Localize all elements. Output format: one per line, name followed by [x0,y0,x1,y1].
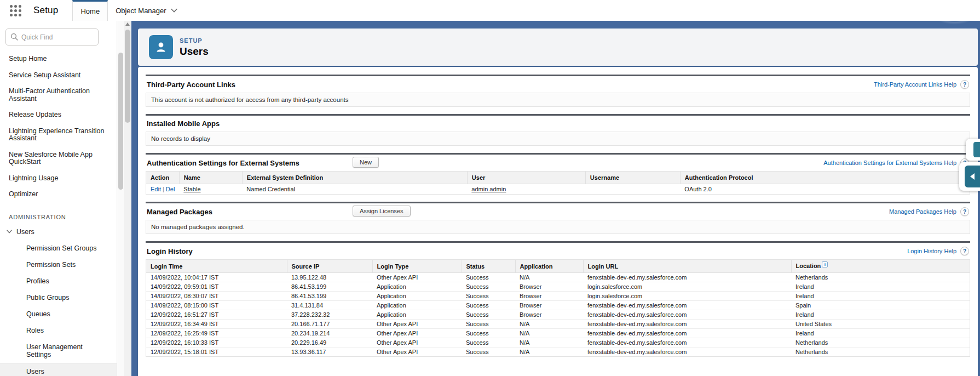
cell-login-time: 14/09/2022, 08:30:07 IST [146,292,287,301]
tab-object-manager-label: Object Manager [116,7,166,15]
cell-login-time: 12/09/2022, 16:10:33 IST [146,338,287,347]
sidebar-item-optimizer[interactable]: Optimizer [0,186,117,203]
auth-settings-help-link[interactable]: Authentication Settings for External Sys… [823,159,956,166]
cell-status: Success [462,282,515,292]
cell-application: N/A [515,273,583,282]
tab-home[interactable]: Home [72,0,108,21]
sidebar-scrollbar[interactable] [117,21,124,376]
section-title: Third-Party Account Links [147,81,235,89]
sidebar-item-users[interactable]: Users [0,363,117,376]
help-icon[interactable]: ? [960,207,969,216]
cell-status: Success [462,347,515,357]
help-icon[interactable]: ? [960,80,969,89]
top-bar: Setup Home Object Manager [0,0,980,21]
login-history-row: 12/09/2022, 15:18:01 IST 13.93.36.117 Ot… [146,347,970,357]
cell-login-type: Application [372,310,462,320]
section-installed-mobile-apps: Installed Mobile Apps No records to disp… [146,114,970,146]
cell-source-ip: 31.4.131.84 [287,301,372,310]
cell-login-url: fenxstable-dev-ed.my.salesforce.com [583,273,791,282]
cell-status: Success [462,273,515,282]
cell-location: Netherlands [791,273,970,282]
sidebar-item-new-mobile-app-quickstart[interactable]: New Salesforce Mobile App QuickStart [0,147,117,170]
sidebar-tree-users-label: Users [16,228,34,236]
sidebar-tree-users[interactable]: Users [0,224,117,240]
cell-login-time: 14/09/2022, 09:59:01 IST [146,282,287,292]
main-scrollbar-thumb[interactable] [125,30,130,123]
header-eyebrow: SETUP [180,37,209,44]
auth-external-system-definition: Named Credential [242,184,467,195]
auth-name-link[interactable]: Stable [183,186,200,192]
sidebar-scrollbar-thumb[interactable] [118,53,123,190]
sidebar-item-lightning-experience-transition-assistant[interactable]: Lightning Experience Transition Assistan… [0,123,117,147]
cell-status: Success [462,292,515,301]
login-history-row: 12/09/2022, 16:51:27 IST 37.228.232.32 A… [146,310,970,320]
login-history-row: 12/09/2022, 16:10:33 IST 20.229.16.49 Ot… [146,338,970,347]
sidebar-item-permission-set-groups[interactable]: Permission Set Groups [0,240,117,257]
help-icon[interactable]: ? [960,247,969,255]
cell-source-ip: 86.41.53.199 [287,292,372,301]
app-title: Setup [33,5,58,16]
managed-packages-help-link[interactable]: Managed Packages Help [889,208,956,215]
sidebar-item-setup-home[interactable]: Setup Home [0,51,117,67]
scroll-up-arrow-icon[interactable] [125,22,130,26]
sidebar-item-public-groups[interactable]: Public Groups [0,289,117,306]
auth-settings-table: Action Name External System Definition U… [146,171,970,195]
cell-status: Success [462,320,515,329]
sidebar-heading-administration: ADMINISTRATION [0,210,117,224]
auth-table-row: Edit|Del Stable Named Credential admin a… [146,184,970,195]
quick-find-input[interactable] [5,29,99,45]
sidebar-item-release-updates[interactable]: Release Updates [0,107,117,123]
collapse-right-panel-button[interactable] [959,162,980,191]
sidebar-item-profiles[interactable]: Profiles [0,273,117,289]
cell-location: Netherlands [791,347,970,357]
sidebar-item-roles[interactable]: Roles [0,322,117,339]
cell-source-ip: 37.228.232.32 [287,310,372,320]
tab-home-label: Home [80,7,100,15]
sidebar-item-service-setup-assistant[interactable]: Service Setup Assistant [0,67,117,84]
sidebar-item-queues[interactable]: Queues [0,306,117,322]
section-login-history: Login History Login History Help ? Login… [146,241,970,357]
cell-login-time: 12/09/2022, 16:34:49 IST [146,320,287,329]
help-dock-partial[interactable] [966,139,980,161]
cell-login-time: 12/09/2022, 15:18:01 IST [146,347,287,357]
login-history-help-link[interactable]: Login History Help [907,248,956,254]
col-login-type: Login Type [372,260,462,273]
sidebar-item-user-management-settings[interactable]: User Management Settings [0,339,117,363]
auth-user-link[interactable]: admin admin [471,186,506,192]
cell-login-type: Other Apex API [372,320,462,329]
app-launcher-icon[interactable] [8,3,22,18]
tab-object-manager[interactable]: Object Manager [108,0,185,21]
cell-login-time: 14/09/2022, 10:04:17 IST [146,273,287,282]
cell-source-ip: 20.229.16.49 [287,338,372,347]
sidebar-item-lightning-usage[interactable]: Lightning Usage [0,170,117,187]
cell-login-url: fenxstable-dev-ed.my.salesforce.com [583,310,791,320]
cell-login-url: login.salesforce.com [583,292,791,301]
new-button[interactable]: New [353,157,379,168]
sidebar-item-permission-sets[interactable]: Permission Sets [0,257,117,273]
cell-location: Ireland [791,329,970,338]
section-title: Authentication Settings for External Sys… [147,159,299,167]
left-arrow-icon [970,173,975,180]
setup-page: Setup Home Object Manager Setup Home Ser… [0,0,980,376]
sidebar-item-mfa-assistant[interactable]: Multi-Factor Authentication Assistant [0,83,117,107]
page-header: SETUP Users [138,29,978,66]
section-title: Login History [147,247,193,255]
cell-location: Ireland [791,292,970,301]
main-scrollbar[interactable] [124,21,131,376]
col-source-ip: Source IP [287,260,372,273]
assign-licenses-button[interactable]: Assign Licenses [353,206,411,217]
info-icon[interactable]: i [822,261,828,267]
del-link[interactable]: Del [166,186,175,192]
cell-location: Ireland [791,282,970,292]
login-history-row: 12/09/2022, 16:25:49 IST 20.234.19.214 O… [146,329,970,338]
edit-link[interactable]: Edit [151,186,161,192]
cell-application: N/A [515,338,583,347]
cell-login-time: 12/09/2022, 16:51:27 IST [146,310,287,320]
cell-login-time: 12/09/2022, 16:25:49 IST [146,329,287,338]
cell-login-type: Application [372,292,462,301]
setup-tabs: Home Object Manager [72,0,185,21]
col-status: Status [462,260,515,273]
cell-source-ip: 13.95.122.48 [287,273,372,282]
cell-location: United States [791,320,970,329]
third-party-help-link[interactable]: Third-Party Account Links Help [874,81,956,88]
